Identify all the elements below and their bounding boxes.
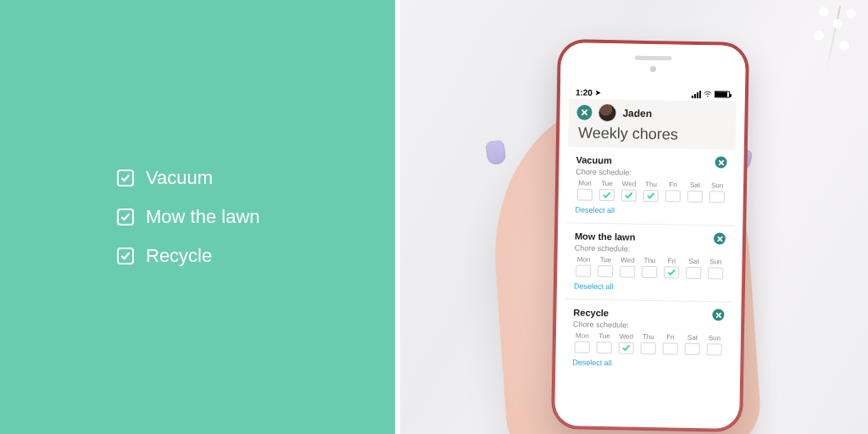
- check-icon: [117, 248, 134, 264]
- user-name: Jaden: [622, 107, 652, 120]
- day-column: Wed: [620, 180, 638, 201]
- svg-point-0: [707, 96, 708, 97]
- day-label: Mon: [573, 331, 592, 339]
- flower-decoration: [839, 41, 849, 51]
- chore-name: Mow the lawn: [575, 231, 636, 242]
- day-checkbox[interactable]: [576, 264, 591, 276]
- schedule-label: Chore schedule:: [575, 243, 726, 254]
- day-column: Sat: [686, 181, 704, 203]
- chore-card: RecycleChore schedule:MonTueWedThuFriSat…: [564, 298, 733, 377]
- day-column: Fri: [662, 257, 681, 278]
- day-column: Mon: [573, 331, 592, 353]
- day-checkbox[interactable]: [577, 188, 593, 200]
- remove-chore-button[interactable]: [714, 232, 726, 244]
- day-checkbox[interactable]: [687, 191, 703, 203]
- day-column: Tue: [598, 180, 616, 201]
- day-checkbox[interactable]: [708, 267, 723, 279]
- day-column: Thu: [642, 181, 660, 202]
- day-checkbox[interactable]: [709, 191, 725, 203]
- check-icon: [647, 192, 655, 200]
- summary-item-label: Recycle: [146, 245, 212, 267]
- chore-card-header: Mow the lawn: [575, 230, 726, 244]
- day-column: Sun: [706, 258, 725, 279]
- chore-card-header: Recycle: [573, 306, 724, 320]
- day-label: Thu: [642, 181, 660, 188]
- day-label: Wed: [617, 332, 636, 340]
- day-selector: MonTueWedThuFriSatSun: [576, 179, 726, 203]
- day-checkbox[interactable]: [597, 342, 612, 353]
- feature-summary-panel: Vacuum Mow the lawn Recycle: [0, 0, 395, 434]
- day-checkbox[interactable]: [641, 342, 656, 354]
- day-label: Thu: [640, 257, 659, 264]
- day-label: Sat: [683, 334, 702, 342]
- deselect-all-link[interactable]: Deselect all: [575, 205, 726, 216]
- day-column: Tue: [595, 332, 614, 353]
- check-icon: [117, 209, 134, 225]
- location-icon: ➤: [595, 88, 601, 96]
- summary-item-label: Vacuum: [146, 167, 213, 189]
- day-checkbox[interactable]: [575, 341, 590, 353]
- fingernail: [485, 140, 507, 166]
- close-button[interactable]: [576, 104, 592, 120]
- phone-bezel: 1:20 ➤: [554, 42, 746, 429]
- day-column: Wed: [618, 256, 637, 277]
- day-label: Wed: [618, 256, 637, 264]
- day-checkbox[interactable]: [642, 266, 657, 278]
- close-icon: [716, 236, 722, 242]
- chore-card: Mow the lawnChore schedule:MonTueWedThuF…: [565, 222, 735, 301]
- status-right-icons: [692, 90, 730, 98]
- flower-decoration: [814, 31, 824, 41]
- day-label: Fri: [664, 181, 682, 188]
- summary-item: Recycle: [117, 245, 395, 267]
- day-label: Sat: [686, 181, 704, 189]
- day-label: Wed: [620, 180, 638, 187]
- day-checkbox[interactable]: [707, 343, 722, 355]
- phone-forehead: [560, 42, 746, 81]
- day-checkbox[interactable]: [599, 189, 615, 201]
- day-label: Tue: [598, 180, 616, 187]
- chore-list: VacuumChore schedule:MonTueWedThuFriSatS…: [563, 147, 736, 420]
- day-checkbox[interactable]: [621, 189, 637, 201]
- avatar[interactable]: [598, 104, 615, 121]
- day-checkbox[interactable]: [664, 266, 679, 278]
- flower-decoration: [832, 19, 843, 29]
- day-checkbox[interactable]: [685, 343, 700, 355]
- wifi-icon: [704, 91, 712, 97]
- day-checkbox[interactable]: [598, 265, 613, 277]
- day-label: Fri: [661, 333, 680, 341]
- day-label: Tue: [595, 332, 614, 340]
- day-checkbox[interactable]: [686, 267, 701, 279]
- day-column: Sun: [705, 334, 724, 355]
- page-title: Weekly chores: [568, 124, 736, 149]
- day-checkbox[interactable]: [643, 190, 659, 202]
- day-label: Thu: [639, 333, 658, 341]
- summary-item-label: Mow the lawn: [146, 206, 260, 228]
- day-column: Fri: [664, 181, 682, 202]
- day-label: Fri: [662, 257, 681, 264]
- day-checkbox[interactable]: [619, 342, 634, 353]
- day-column: Sun: [708, 181, 726, 203]
- flower-decoration: [846, 8, 856, 19]
- flower-decoration: [819, 7, 829, 17]
- remove-chore-button[interactable]: [715, 156, 726, 168]
- day-checkbox[interactable]: [663, 342, 678, 354]
- remove-chore-button[interactable]: [712, 309, 724, 320]
- day-checkbox[interactable]: [620, 265, 635, 277]
- check-icon: [117, 170, 134, 186]
- close-icon: [581, 109, 587, 116]
- deselect-all-link[interactable]: Deselect all: [572, 358, 723, 369]
- phone-speaker: [635, 56, 672, 61]
- schedule-label: Chore schedule:: [573, 320, 724, 331]
- day-label: Sat: [684, 258, 703, 265]
- day-label: Mon: [574, 255, 593, 263]
- phone-device: 1:20 ➤: [551, 39, 749, 432]
- day-column: Tue: [596, 256, 615, 277]
- panel-divider: [395, 0, 400, 434]
- day-checkbox[interactable]: [665, 190, 681, 202]
- photo-scene: 1:20 ➤: [395, 0, 868, 434]
- deselect-all-link[interactable]: Deselect all: [574, 281, 725, 292]
- day-column: Thu: [640, 257, 659, 278]
- cellular-signal-icon: [692, 90, 701, 97]
- check-icon: [622, 343, 631, 352]
- day-label: Mon: [576, 179, 594, 186]
